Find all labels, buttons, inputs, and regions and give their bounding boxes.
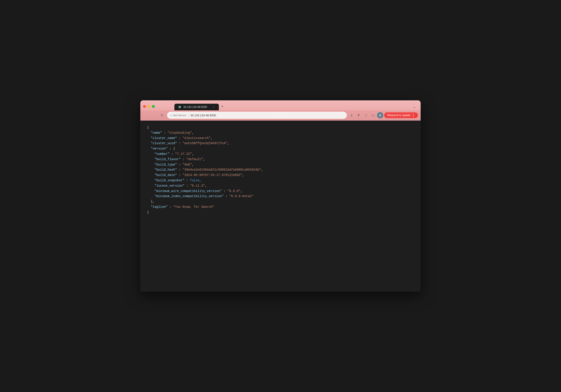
address-bar-actions: ⚷ ⬆ ☆ ▭ S Relaunch to update ⋮ [349,112,418,118]
key-icon: ⚷ [350,113,353,117]
json-content-line-11: "build_snapshot" : false, [147,178,414,183]
browser-window: 34.133.134.46:9200 × + ⌄ ← → ↻ ⚠ Not Se [140,100,421,292]
json-content-line-14: "minimum_index_compatibility_version" : … [147,194,414,199]
relaunch-label: Relaunch to update [387,114,410,117]
relaunch-menu-icon: ⋮ [412,113,415,117]
back-button[interactable]: ← [143,112,149,118]
share-icon: ⬆ [357,113,360,117]
json-content-line-1: { [147,125,414,130]
bookmark-button[interactable]: ☆ [363,112,369,118]
password-icon[interactable]: ⚷ [349,112,355,118]
new-tab-button[interactable]: + [219,103,226,110]
json-content-line-5: "version" : { [147,146,414,152]
tab-close-button[interactable]: × [212,105,215,109]
not-secure-icon: ⚠ [170,114,173,117]
not-secure-label: Not Secure [173,114,186,117]
title-bar: 34.133.134.46:9200 × + ⌄ [140,100,421,110]
json-content-line-7: "build_flavor" : "default", [147,157,414,162]
json-content-line-10: "build_date" : "2024-06-06T07:35:17.8761… [147,173,414,178]
active-tab[interactable]: 34.133.134.46:9200 × [174,104,219,110]
json-content-line-6: "number" : "7.17.22", [147,152,414,157]
url-separator: | [188,114,189,117]
back-icon: ← [145,113,148,117]
url-display: 34.133.134.46:9200 [190,114,216,117]
json-content-line-2: "name" : "staybooking", [147,130,414,136]
tab-title: 34.133.134.46:9200 [183,105,210,109]
minimize-window-button[interactable] [148,105,150,108]
svg-point-4 [179,107,181,108]
tab-menu-button[interactable]: ⌄ [411,103,418,110]
close-window-button[interactable] [143,105,146,108]
forward-button[interactable]: → [151,112,157,118]
address-bar-row: ← → ↻ ⚠ Not Secure | 34.133.134.46:9200 … [140,110,421,120]
json-content-line-12: "lucene_version" : "8.11.3", [147,183,414,189]
bookmark-icon: ☆ [364,113,367,117]
traffic-lights [143,105,155,108]
json-content-line-3: "cluster_name" : "elasticsearch", [147,136,414,141]
sidebar-icon: ▭ [371,113,375,117]
json-content-line-16: "tagline" : "You Know, for Search" [147,205,414,210]
page-content: { "name" : "staybooking", "cluster_name"… [140,120,421,292]
sidebar-button[interactable]: ▭ [370,112,376,118]
json-content-line-17: } [147,210,414,215]
json-content-line-9: "build_hash" : "38e9ca2e81304a821c50862d… [147,167,414,173]
security-indicator: ⚠ Not Secure [170,114,186,117]
browser-chrome: 34.133.134.46:9200 × + ⌄ ← → ↻ ⚠ Not Se [140,100,421,120]
json-content-line-8: "build_type" : "deb", [147,162,414,167]
forward-icon: → [153,113,156,117]
reload-button[interactable]: ↻ [159,112,165,118]
relaunch-button[interactable]: Relaunch to update ⋮ [384,112,418,118]
json-content-line-13: "minimum_wire_compatibility_version" : "… [147,189,414,194]
reload-icon: ↻ [161,113,163,117]
tabs-row: 34.133.134.46:9200 × + ⌄ [157,103,418,110]
json-content-line-4: "cluster_uuid" : "aoCn5BffQse3qTmV0tlfxA… [147,141,414,146]
maximize-window-button[interactable] [152,105,155,108]
share-button[interactable]: ⬆ [356,112,362,118]
address-bar[interactable]: ⚠ Not Secure | 34.133.134.46:9200 [167,112,347,119]
tab-favicon-icon [178,105,182,109]
user-avatar[interactable]: S [377,112,383,118]
json-content-line-15: }, [147,199,414,205]
